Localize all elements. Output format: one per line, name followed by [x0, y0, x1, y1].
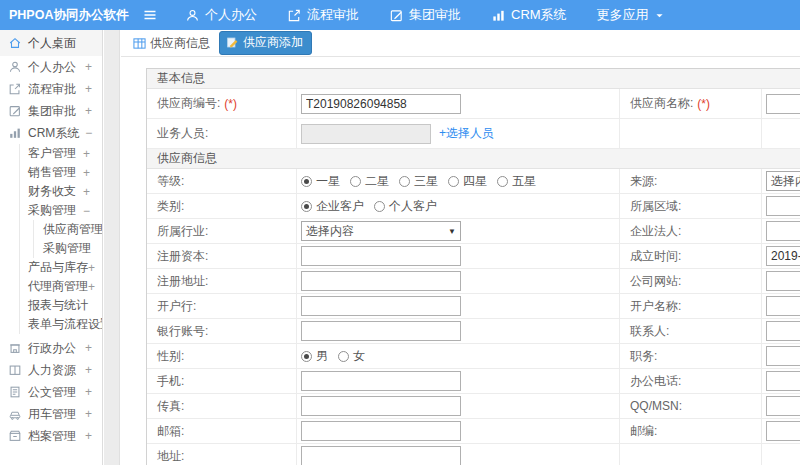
sidebar-menu: 个人桌面 个人办公 + 流程审批 + 集团审批 + CRM系统 − 客户管理 +… [0, 30, 103, 465]
sidebar-item-sales-mgmt[interactable]: 销售管理 + [20, 163, 102, 182]
gender-label: 性别: [147, 344, 297, 369]
region-input[interactable] [766, 196, 800, 216]
level-option-5star[interactable]: 五星 [497, 173, 536, 190]
sidebar-item-reports-stats[interactable]: 报表与统计 [20, 296, 102, 315]
contact-input[interactable] [766, 321, 800, 341]
main-content: 供应商信息 供应商添加 基本信息 供应商编号: (*) 供应商名称: (*) 业… [121, 30, 800, 465]
tab-supplier-info[interactable]: 供应商信息 [133, 35, 210, 52]
bank-label: 开户行: [147, 294, 297, 319]
expand-icon: + [83, 185, 90, 199]
email-label: 邮箱: [147, 419, 297, 444]
tab-supplier-add[interactable]: 供应商添加 [219, 31, 312, 55]
sidebar-item-crm-system[interactable]: CRM系统 − [0, 122, 102, 144]
registered-capital-label: 注册资本: [147, 244, 297, 269]
position-input[interactable] [766, 346, 800, 366]
supplier-name-label: 供应商名称: (*) [620, 89, 762, 119]
top-header: PHPOA协同办公软件 个人办公 流程审批 集团审批 CRM系统 更多应用 [0, 0, 800, 30]
required-mark: (*) [224, 97, 237, 111]
menu-toggle-button[interactable] [142, 7, 158, 23]
sidebar-item-personal-office[interactable]: 个人办公 + [0, 56, 102, 78]
top-navigation: 个人办公 流程审批 集团审批 CRM系统 更多应用 [170, 0, 680, 30]
category-label: 类别: [147, 194, 297, 219]
nav-crm-system[interactable]: CRM系统 [476, 0, 582, 30]
tab-bar: 供应商信息 供应商添加 [121, 30, 800, 57]
established-label: 成立时间: [620, 244, 762, 269]
business-person-label: 业务人员: [147, 119, 297, 149]
sidebar-item-customer-mgmt[interactable]: 客户管理 + [20, 144, 102, 163]
sidebar-item-document-mgmt[interactable]: 公文管理 + [0, 381, 102, 403]
expand-icon: + [83, 147, 90, 161]
legal-person-input[interactable] [766, 221, 800, 241]
crm-submenu: 客户管理 + 销售管理 + 财务收支 + 采购管理 − 供应商管理 采购管理 产… [19, 144, 102, 334]
website-label: 公司网站: [620, 269, 762, 294]
qq-msn-label: QQ/MSN: [620, 394, 762, 419]
supplier-form: 基本信息 供应商编号: (*) 供应商名称: (*) 业务人员: +选择人员 供… [146, 68, 800, 465]
bank-input[interactable] [301, 296, 461, 316]
supplier-code-input[interactable] [301, 94, 461, 114]
qq-msn-input[interactable] [766, 396, 800, 416]
chart-icon [8, 126, 22, 140]
collapse-icon: − [83, 204, 90, 218]
nav-group-approval[interactable]: 集团审批 [374, 0, 476, 30]
purchase-submenu: 供应商管理 采购管理 [33, 220, 102, 258]
gender-option-male[interactable]: 男 [301, 348, 328, 365]
choose-person-link[interactable]: +选择人员 [439, 125, 494, 142]
edit-icon [389, 8, 404, 23]
sidebar-item-human-resources[interactable]: 人力资源 + [0, 359, 102, 381]
sidebar-item-personal-desktop[interactable]: 个人桌面 [0, 30, 102, 56]
sidebar-item-workflow-approval[interactable]: 流程审批 + [0, 78, 102, 100]
level-option-3star[interactable]: 三星 [399, 173, 438, 190]
sidebar-item-purchase-mgmt[interactable]: 采购管理 − [20, 201, 102, 220]
fax-label: 传真: [147, 394, 297, 419]
sidebar-item-group-approval[interactable]: 集团审批 + [0, 100, 102, 122]
gender-option-female[interactable]: 女 [338, 348, 365, 365]
radio-icon [374, 201, 385, 212]
edit-icon [8, 104, 22, 118]
industry-select[interactable]: 选择内容 ▼ [301, 221, 461, 241]
nav-more-apps[interactable]: 更多应用 [582, 0, 680, 30]
legal-person-label: 企业法人: [620, 219, 762, 244]
website-input[interactable] [766, 271, 800, 291]
sidebar-item-agent-mgmt[interactable]: 代理商管理 + [20, 277, 102, 296]
expand-icon: + [83, 166, 90, 180]
email-input[interactable] [301, 421, 461, 441]
category-option-personal[interactable]: 个人客户 [374, 198, 437, 215]
sidebar-item-finance[interactable]: 财务收支 + [20, 182, 102, 201]
collapse-icon: − [85, 126, 92, 140]
sidebar-item-purchasing[interactable]: 采购管理 [34, 239, 102, 258]
address-input[interactable] [301, 446, 461, 465]
sidebar-item-archive-mgmt[interactable]: 档案管理 + [0, 425, 102, 447]
hr-icon [8, 363, 22, 377]
contact-label: 联系人: [620, 319, 762, 344]
mobile-label: 手机: [147, 369, 297, 394]
registered-capital-input[interactable] [301, 246, 461, 266]
source-select[interactable]: 选择内容 ▼ [766, 171, 800, 191]
nav-workflow-approval[interactable]: 流程审批 [272, 0, 374, 30]
established-date-input[interactable] [766, 246, 800, 266]
archive-icon [8, 429, 22, 443]
mobile-input[interactable] [301, 371, 461, 391]
add-supplier-icon [226, 36, 239, 49]
supplier-name-input[interactable] [766, 94, 800, 114]
sidebar-item-product-inventory[interactable]: 产品与库存 + [20, 258, 102, 277]
business-person-input[interactable] [301, 124, 431, 144]
level-option-2star[interactable]: 二星 [350, 173, 389, 190]
sidebar-item-vehicle-mgmt[interactable]: 用车管理 + [0, 403, 102, 425]
account-name-input[interactable] [766, 296, 800, 316]
office-phone-input[interactable] [766, 371, 800, 391]
expand-icon: + [88, 280, 95, 294]
fax-input[interactable] [301, 396, 461, 416]
category-option-company[interactable]: 企业客户 [301, 198, 364, 215]
nav-personal-office[interactable]: 个人办公 [170, 0, 272, 30]
level-option-4star[interactable]: 四星 [448, 173, 487, 190]
sidebar-item-admin-office[interactable]: 行政办公 + [0, 337, 102, 359]
bank-account-input[interactable] [301, 321, 461, 341]
registered-address-input[interactable] [301, 271, 461, 291]
level-option-1star[interactable]: 一星 [301, 173, 340, 190]
sidebar-divider-strip [104, 30, 120, 465]
zipcode-input[interactable] [766, 421, 800, 441]
expand-icon: + [85, 104, 92, 118]
account-name-label: 开户名称: [620, 294, 762, 319]
sidebar-item-supplier-mgmt[interactable]: 供应商管理 [34, 220, 102, 239]
sidebar-item-form-flow-settings[interactable]: 表单与流程设置 + [20, 315, 102, 334]
